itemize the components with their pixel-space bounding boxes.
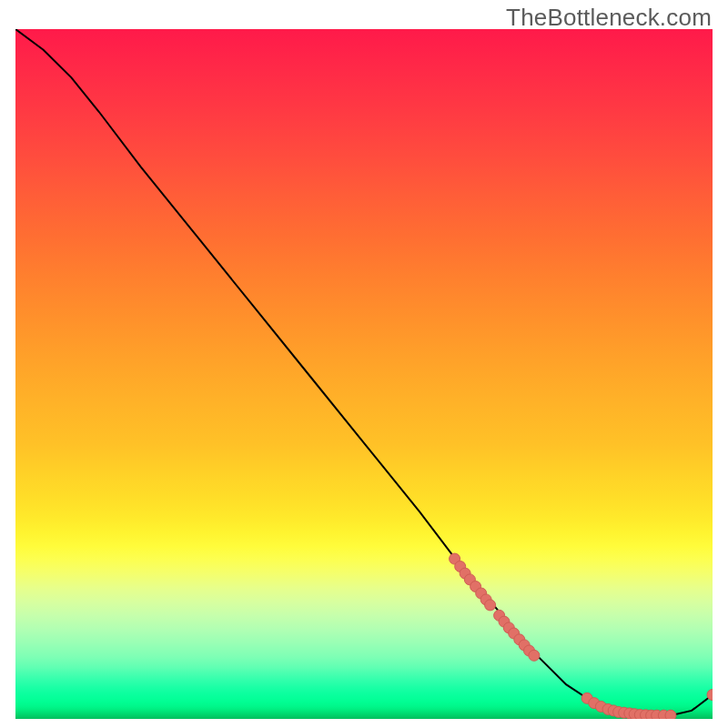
data-point xyxy=(485,600,496,611)
bottleneck-curve xyxy=(15,29,713,715)
chart-root: TheBottleneck.com xyxy=(0,0,728,728)
data-point xyxy=(665,710,676,719)
watermark-text: TheBottleneck.com xyxy=(506,4,712,32)
plot-area xyxy=(15,29,713,719)
plot-svg xyxy=(15,29,713,719)
data-point xyxy=(529,650,540,661)
